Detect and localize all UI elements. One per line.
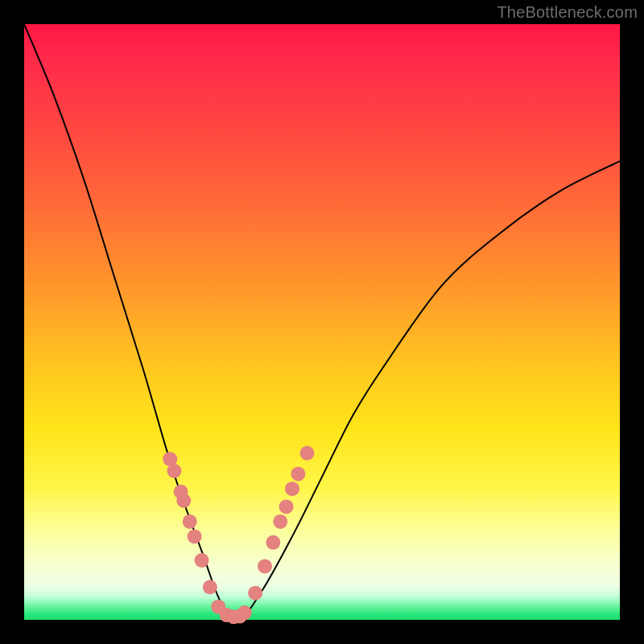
marker-dot (176, 493, 191, 508)
marker-dot (285, 481, 299, 496)
marker-dot (279, 499, 294, 514)
marker-dot (237, 605, 252, 620)
chart-frame (24, 24, 620, 620)
marker-dot (266, 535, 280, 550)
marker-dot (203, 580, 217, 594)
marker-dot (300, 446, 315, 460)
chart-svg (24, 24, 620, 620)
marker-dot (273, 514, 287, 529)
marker-dot (167, 464, 181, 478)
marker-group (163, 446, 314, 625)
marker-dot (291, 467, 305, 481)
marker-dot (188, 529, 202, 543)
bottleneck-curve (24, 24, 620, 620)
marker-dot (195, 553, 209, 568)
watermark-text: TheBottleneck.com (497, 3, 638, 22)
marker-dot (183, 514, 197, 529)
marker-dot (258, 559, 272, 573)
marker-dot (248, 586, 262, 601)
